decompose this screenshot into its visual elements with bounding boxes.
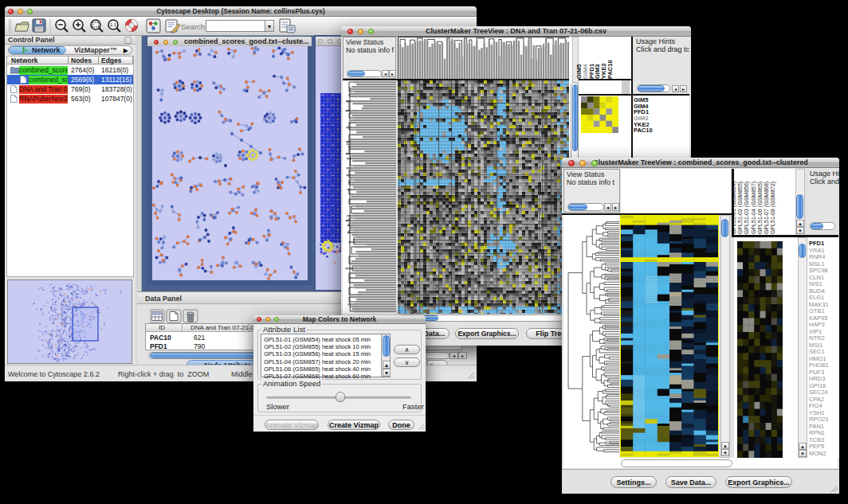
svg-text:1:1: 1:1 <box>110 22 117 27</box>
